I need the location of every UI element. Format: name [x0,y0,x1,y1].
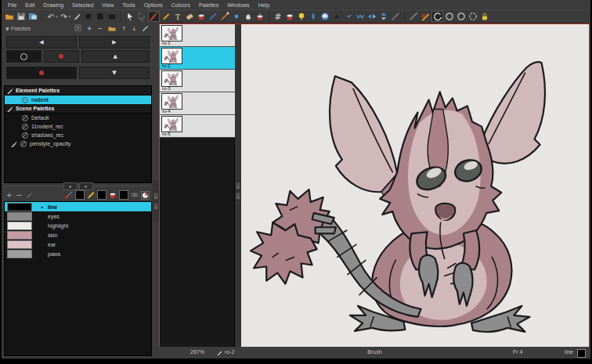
previous-drawing-button[interactable]: ◀ [6,36,77,49]
menu-help[interactable]: Help [258,2,269,8]
colour-row-skin[interactable]: skin [5,230,151,240]
dropper-tool-icon[interactable] [231,12,242,22]
brush-tool-icon[interactable] [148,11,160,22]
reset-view-icon[interactable] [444,12,455,22]
thumbnail-row-ro-5[interactable]: ro-5 [160,115,235,138]
palette-item-rodent[interactable]: rodent [5,96,151,104]
collapse-left-icon[interactable]: ‹ [153,192,159,200]
cutter-icon[interactable] [71,12,82,22]
paint-colour-swatch[interactable] [119,190,128,200]
eraser-tool-icon[interactable] [184,12,195,22]
render-view-icon[interactable] [355,12,366,22]
thumbnail-row-ro-4[interactable]: ro-4 [160,92,235,115]
palette-item-penstyle-opacity[interactable]: penstyle_opacity [5,139,151,148]
repaint-tool-icon[interactable] [254,12,265,22]
palette-item-11rodent-rec[interactable]: 11rodent_rec [5,122,151,131]
pen-plugin-icon[interactable] [390,12,401,22]
pencil-colour-swatch[interactable] [97,190,106,200]
menu-file[interactable]: File [8,2,16,8]
thumbnail-row-ro-2[interactable]: ro-2 [160,47,235,70]
undo-icon[interactable]: ↶ [45,12,56,22]
add-palette-icon[interactable]: + [87,25,92,32]
splitter-down-icon[interactable]: ∨ [79,182,93,190]
menu-view[interactable]: View [102,2,114,8]
text-tool-icon[interactable]: T [172,12,183,22]
colour-row-ear[interactable]: ear [5,240,151,249]
paint-tool-icon[interactable] [196,12,207,22]
select-mode-3-icon[interactable] [106,12,117,22]
link-colour-icon[interactable] [131,191,139,199]
record-wide-button[interactable] [6,67,77,79]
rotate-view-icon[interactable] [431,11,443,22]
redo-icon[interactable]: ↷ [59,12,70,22]
select-mode-1-icon[interactable] [83,12,94,22]
next-drawing-button[interactable]: ▶ [79,36,150,49]
previous-column-button[interactable]: ▲ [81,50,150,63]
drawing-canvas[interactable] [241,24,589,348]
next-column-button[interactable]: ▼ [79,67,150,79]
stop-button[interactable] [6,50,42,63]
save-icon[interactable] [16,12,27,22]
record-button[interactable] [44,50,79,63]
undo-dropdown-icon[interactable]: ▾ [56,14,58,19]
transform-tool-icon[interactable] [136,12,147,22]
remove-colour-icon[interactable]: − [16,191,23,199]
menu-tools[interactable]: Tools [122,2,135,8]
brush-colour-swatch[interactable] [75,190,85,200]
redo-dropdown-icon[interactable]: ▾ [69,14,71,19]
menu-edit[interactable]: Edit [25,2,34,8]
paint-pot-icon[interactable] [284,12,295,22]
lock-icon[interactable] [479,12,490,22]
collapse-right-icon[interactable]: › [235,192,241,200]
flip-vertical-icon[interactable] [378,12,389,22]
collapse-right-icon[interactable]: › [153,202,159,211]
rotate-cw-icon[interactable] [467,12,478,22]
line-tool-icon[interactable] [208,12,218,22]
colour-row-highlight[interactable]: highlight [5,221,151,230]
move-palette-down-icon[interactable]: ↓ [132,26,136,32]
edit-palette-icon[interactable] [142,24,149,33]
pen-settings-icon[interactable] [408,12,419,22]
colour-row-line[interactable]: • line [5,202,151,211]
open-icon[interactable] [4,12,15,22]
link-palette-icon[interactable] [108,25,116,33]
menu-windows[interactable]: Windows [227,2,249,8]
paint-colour-icon[interactable] [109,191,117,199]
palette-item-shadows-rec[interactable]: shadows_rec [5,131,151,139]
menu-colours[interactable]: Colours [171,2,190,8]
thumbnail-row-ro-1[interactable]: ro-1 [160,24,235,47]
menu-drawing[interactable]: Drawing [43,2,63,8]
edit-gradient-tool-icon[interactable] [243,12,254,22]
edit-colour-icon[interactable] [26,191,33,200]
rotate-ccw-icon[interactable] [456,12,467,22]
grid-icon[interactable]: # [273,12,283,22]
panel-collapse-icon[interactable]: ▼ [5,26,9,31]
colour-row-paws[interactable]: paws [5,249,151,258]
menu-palettes[interactable]: Palettes [199,2,218,8]
shape-icon[interactable] [331,12,342,22]
palette-menu-icon[interactable] [74,24,81,33]
splitter-up-icon[interactable]: ∧ [63,182,78,190]
colour-wheel-icon[interactable] [141,191,150,200]
brush-colour-icon[interactable] [65,191,73,199]
select-mode-2-icon[interactable] [95,12,106,22]
light-table-icon[interactable] [296,12,307,22]
polyline-tool-icon[interactable] [219,12,230,22]
collapse-left-icon[interactable]: ‹ [235,182,241,190]
select-tool-icon[interactable] [125,12,135,22]
onion-skin-icon[interactable] [308,12,319,22]
zoom-icon[interactable] [319,12,330,22]
menu-selected[interactable]: Selected [72,2,93,8]
remove-palette-icon[interactable]: − [98,25,103,32]
colour-row-eyes[interactable]: eyes [5,211,151,221]
send-icon[interactable] [343,12,354,22]
save-all-icon[interactable] [27,12,38,22]
pencil-tool-icon[interactable] [161,12,171,22]
menu-options[interactable]: Options [144,2,163,8]
palette-item-default[interactable]: Default [5,114,151,122]
panel-splitter[interactable]: ∧ ∨ [4,182,152,189]
flip-horizontal-icon[interactable] [366,12,377,22]
no-pen-icon[interactable] [420,12,431,22]
add-colour-icon[interactable]: + [6,191,13,199]
thumbnail-row-ro-3[interactable]: ro-3 [160,70,235,92]
